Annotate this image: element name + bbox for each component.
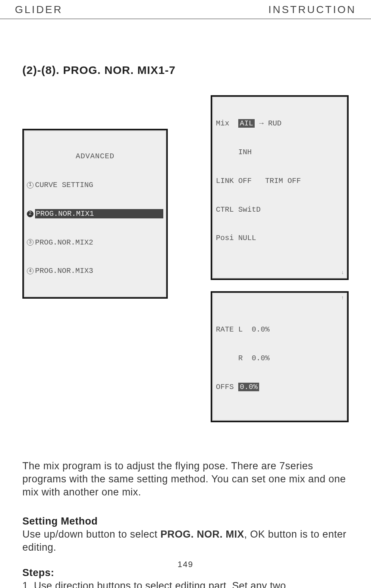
lcd-row-number: 1	[27, 182, 34, 189]
lcd-menu-row: 4 PROG.NOR.MIX3	[25, 266, 165, 276]
lcd-rate-line3: OFFS 0.0%	[216, 382, 343, 392]
setting-method-bold: PROG. NOR. MIX	[160, 529, 244, 540]
lcd-mix-line4: CTRL SwitD	[216, 205, 343, 215]
steps-list: 1. Use direction buttons to select editi…	[22, 579, 349, 588]
lcd-rate-line1: RATE L 0.0%	[216, 325, 343, 335]
header-left: GLIDER	[15, 4, 63, 16]
lcd-row-number: 3	[27, 239, 34, 246]
lcd-mix-line5: Posi NULL	[216, 233, 343, 243]
step-line: 1. Use direction buttons to select editi…	[22, 579, 349, 588]
page-number: 149	[0, 560, 371, 569]
lcd-row-number: 2	[27, 211, 34, 217]
setting-method-section: Setting Method Use up/down button to sel…	[22, 516, 349, 554]
lcd-rate-highlight: 0.0%	[238, 383, 259, 391]
scroll-down-icon: ↓	[341, 270, 344, 276]
section-title: (2)-(8). PROG. NOR. MIX1-7	[22, 64, 349, 77]
lcd-rate-line2: R 0.0%	[216, 354, 343, 363]
lcd-mix-line3: LINK OFF TRIM OFF	[216, 176, 343, 186]
lcd-rate-settings: ↑ RATE L 0.0% R 0.0% OFFS 0.0%	[211, 291, 349, 422]
setting-method-title: Setting Method	[22, 516, 349, 527]
lcd-row-label-selected: PROG.NOR.MIX1	[35, 209, 163, 219]
setting-method-body: Use up/down button to select PROG. NOR. …	[22, 528, 349, 554]
page-content: (2)-(8). PROG. NOR. MIX1-7 ADVANCED 1 CU…	[0, 19, 371, 588]
lcd-row-label: PROG.NOR.MIX3	[35, 266, 93, 276]
lcd-row-number: 4	[27, 268, 34, 274]
header-right: INSTRUCTION	[268, 4, 356, 16]
intro-paragraph: The mix program is to adjust the flying …	[22, 460, 349, 499]
lcd-mix-line2: INH	[216, 147, 343, 157]
steps-section: Steps: 1. Use direction buttons to selec…	[22, 567, 349, 588]
lcd-row-label: PROG.NOR.MIX2	[35, 238, 93, 248]
lcd-right-column: Mix AIL → RUD INH LINK OFF TRIM OFF CTRL…	[211, 95, 349, 422]
scroll-up-icon: ↑	[341, 295, 344, 302]
lcd-menu-row: 3 PROG.NOR.MIX2	[25, 238, 165, 248]
lcd-row-label: CURVE SETTING	[35, 180, 93, 190]
lcd-mix-line1: Mix AIL → RUD	[216, 119, 343, 128]
lcd-advanced-menu: ADVANCED 1 CURVE SETTING 2 PROG.NOR.MIX1…	[22, 129, 168, 299]
page-header: GLIDER INSTRUCTION	[0, 0, 371, 19]
lcd-mix-highlight: AIL	[238, 119, 255, 128]
lcd-menu-row-selected: 2 PROG.NOR.MIX1	[25, 209, 165, 219]
lcd-left-column: ADVANCED 1 CURVE SETTING 2 PROG.NOR.MIX1…	[22, 95, 168, 299]
lcd-screenshots-row: ADVANCED 1 CURVE SETTING 2 PROG.NOR.MIX1…	[22, 95, 349, 422]
lcd-menu-title: ADVANCED	[25, 152, 165, 161]
lcd-menu-row: 1 CURVE SETTING	[25, 180, 165, 190]
lcd-mix-settings: Mix AIL → RUD INH LINK OFF TRIM OFF CTRL…	[211, 95, 349, 280]
